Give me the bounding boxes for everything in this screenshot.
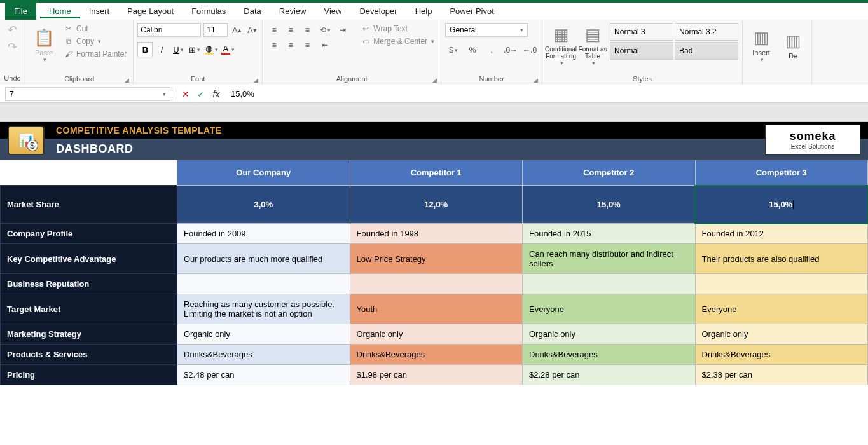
- table-cell[interactable]: Organic only: [350, 324, 523, 345]
- bold-button[interactable]: B: [137, 42, 153, 57]
- delete-button[interactable]: ▥De: [778, 23, 808, 67]
- table-cell[interactable]: $2.28 per can: [523, 365, 696, 385]
- row-label[interactable]: Market Share: [1, 186, 177, 224]
- table-cell[interactable]: Drinks&Beverages: [523, 345, 696, 365]
- column-header[interactable]: Our Company: [177, 160, 350, 186]
- table-cell[interactable]: Drinks&Beverages: [177, 345, 350, 365]
- accept-icon[interactable]: ✓: [195, 89, 207, 99]
- table-cell[interactable]: Their products are also qualified: [695, 244, 868, 274]
- copy-button[interactable]: ⧉Copy▾: [61, 36, 129, 47]
- decrease-font-icon[interactable]: A▾: [245, 24, 258, 36]
- fx-icon[interactable]: fx: [210, 89, 222, 99]
- worksheet[interactable]: COMPETITIVE ANALYSIS TEMPLATE 📊 DASHBOAR…: [0, 122, 868, 385]
- table-cell[interactable]: 15,0%: [695, 186, 868, 224]
- tab-review[interactable]: Review: [270, 4, 315, 18]
- fill-color-button[interactable]: ◍▾: [203, 42, 219, 57]
- align-top-icon[interactable]: ≡: [266, 23, 282, 37]
- style-chip[interactable]: Normal: [610, 42, 673, 60]
- tab-help[interactable]: Help: [406, 4, 441, 18]
- table-cell[interactable]: Our products are much more qualified: [177, 244, 350, 274]
- table-cell[interactable]: Founded in 2009.: [177, 224, 350, 244]
- format-as-table-button[interactable]: ▤Format as Table▾: [578, 23, 607, 67]
- analysis-table[interactable]: Our CompanyCompetitor 1Competitor 2Compe…: [0, 160, 868, 385]
- column-header[interactable]: Competitor 2: [523, 160, 696, 186]
- row-label[interactable]: Company Profile: [1, 224, 177, 244]
- column-headers-area[interactable]: [0, 103, 868, 122]
- decrease-decimal-icon[interactable]: ←.0: [521, 43, 538, 57]
- table-cell[interactable]: [350, 274, 523, 294]
- number-format-select[interactable]: General▾: [445, 23, 528, 37]
- table-cell[interactable]: Organic only: [695, 324, 868, 345]
- italic-button[interactable]: I: [154, 42, 169, 57]
- table-cell[interactable]: Low Price Strategy: [350, 244, 523, 274]
- table-cell[interactable]: $2.38 per can: [695, 365, 868, 385]
- tab-file[interactable]: File: [5, 3, 36, 20]
- table-cell[interactable]: 3,0%: [177, 186, 350, 224]
- formula-input[interactable]: [226, 88, 868, 100]
- table-cell[interactable]: 12,0%: [350, 186, 523, 224]
- font-color-button[interactable]: A▾: [220, 42, 235, 57]
- border-button[interactable]: ⊞▾: [187, 42, 202, 57]
- align-center-icon[interactable]: ≡: [283, 38, 298, 52]
- style-chip[interactable]: Bad: [675, 42, 738, 60]
- table-cell[interactable]: Reaching as many customer as possible. L…: [177, 294, 350, 324]
- table-cell[interactable]: Drinks&Beverages: [695, 345, 868, 365]
- table-cell[interactable]: Organic only: [177, 324, 350, 345]
- row-label[interactable]: Business Reputation: [1, 274, 177, 294]
- table-cell[interactable]: Everyone: [695, 294, 868, 324]
- table-cell[interactable]: Drinks&Beverages: [350, 345, 523, 365]
- row-label[interactable]: Marketing Strategy: [1, 324, 177, 345]
- row-label[interactable]: Products & Services: [1, 345, 177, 365]
- cut-button[interactable]: ✂Cut: [61, 23, 129, 34]
- increase-font-icon[interactable]: A▴: [230, 24, 243, 36]
- tab-developer[interactable]: Developer: [350, 4, 406, 18]
- dialog-launcher-icon[interactable]: ◢: [125, 77, 129, 83]
- table-cell[interactable]: [177, 274, 350, 294]
- row-label[interactable]: Pricing: [1, 365, 177, 385]
- underline-button[interactable]: U▾: [170, 42, 186, 57]
- column-header[interactable]: Competitor 1: [350, 160, 523, 186]
- format-painter-button[interactable]: 🖌Format Painter: [61, 48, 129, 60]
- tab-formulas[interactable]: Formulas: [183, 4, 235, 18]
- style-chip[interactable]: Normal 3 2: [675, 23, 738, 41]
- row-label[interactable]: Target Market: [1, 294, 177, 324]
- table-cell[interactable]: $2.48 per can: [177, 365, 350, 385]
- cancel-icon[interactable]: ✕: [180, 89, 191, 99]
- redo-icon[interactable]: ↷: [8, 40, 17, 54]
- tab-home[interactable]: Home: [40, 4, 80, 18]
- table-cell[interactable]: Youth: [350, 294, 523, 324]
- wrap-text-button[interactable]: ↩Wrap Text: [358, 23, 437, 34]
- font-name-input[interactable]: [137, 23, 201, 37]
- align-middle-icon[interactable]: ≡: [283, 23, 298, 37]
- table-cell[interactable]: Can reach many distributor and indirect …: [523, 244, 696, 274]
- percent-icon[interactable]: %: [464, 43, 481, 57]
- align-right-icon[interactable]: ≡: [300, 38, 315, 52]
- column-header[interactable]: Competitor 3: [695, 160, 868, 186]
- table-cell[interactable]: 15,0%: [523, 186, 696, 224]
- font-size-input[interactable]: [203, 23, 228, 37]
- row-label[interactable]: Key Competitive Advantage: [1, 244, 177, 274]
- insert-button[interactable]: ▥Insert▾: [747, 23, 776, 67]
- table-cell[interactable]: Everyone: [523, 294, 696, 324]
- style-chip[interactable]: Normal 3: [610, 23, 673, 41]
- tab-view[interactable]: View: [315, 4, 350, 18]
- tab-data[interactable]: Data: [235, 4, 270, 18]
- table-cell[interactable]: [695, 274, 868, 294]
- accounting-icon[interactable]: $▾: [445, 43, 462, 57]
- table-cell[interactable]: Organic only: [523, 324, 696, 345]
- undo-icon[interactable]: ↶: [8, 23, 17, 37]
- align-left-icon[interactable]: ≡: [266, 38, 282, 52]
- table-cell[interactable]: Founded in 1998: [350, 224, 523, 244]
- paste-button[interactable]: 📋 Paste ▾: [29, 23, 59, 67]
- align-bottom-icon[interactable]: ≡: [300, 23, 315, 37]
- tab-page-layout[interactable]: Page Layout: [118, 4, 183, 18]
- increase-decimal-icon[interactable]: .0→: [502, 43, 519, 57]
- conditional-formatting-button[interactable]: ▦Conditional Formatting▾: [546, 23, 575, 67]
- table-cell[interactable]: Founded in 2015: [523, 224, 696, 244]
- decrease-indent-icon[interactable]: ⇤: [317, 38, 333, 52]
- name-box[interactable]: 7▾: [5, 87, 170, 101]
- table-cell[interactable]: $1.98 per can: [350, 365, 523, 385]
- tab-insert[interactable]: Insert: [80, 4, 119, 18]
- table-cell[interactable]: [523, 274, 696, 294]
- comma-icon[interactable]: ,: [483, 43, 500, 57]
